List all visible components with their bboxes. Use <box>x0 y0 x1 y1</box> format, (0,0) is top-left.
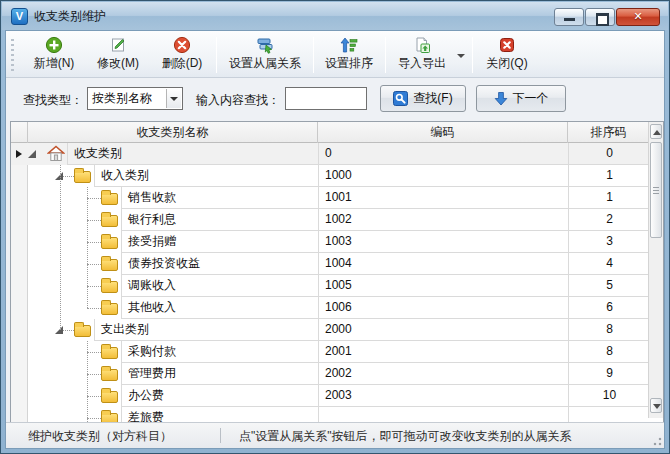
tree-row[interactable]: 办公费200310 <box>11 385 650 407</box>
sortcode-cell[interactable] <box>568 407 650 423</box>
category-name-cell[interactable]: 调账收入 <box>121 275 318 297</box>
code-cell[interactable]: 1004 <box>318 253 568 275</box>
code-cell[interactable]: 0 <box>318 143 568 165</box>
code-cell[interactable]: 2002 <box>318 363 568 385</box>
sortcode-cell[interactable]: 10 <box>568 385 650 407</box>
arrow-down-icon <box>494 91 508 106</box>
folder-icon <box>101 303 118 315</box>
sortcode-cell[interactable]: 4 <box>568 253 650 275</box>
set-sort-icon <box>340 36 358 54</box>
code-cell[interactable]: 2003 <box>318 385 568 407</box>
tree-guide-line <box>60 165 61 330</box>
close-button[interactable] <box>616 8 660 26</box>
minimize-button[interactable] <box>554 8 584 26</box>
expand-collapse-icon[interactable] <box>55 172 63 180</box>
tree-row[interactable]: 债券投资收益10044 <box>11 253 650 275</box>
set-relation-label: 设置从属关系 <box>221 55 309 71</box>
scroll-down-icon[interactable] <box>650 398 662 413</box>
tree-row[interactable]: 接受捐赠10033 <box>11 231 650 253</box>
code-cell[interactable]: 1001 <box>318 187 568 209</box>
maximize-button[interactable] <box>585 8 615 26</box>
tree-row[interactable]: 管理费用20029 <box>11 363 650 385</box>
import-export-button[interactable]: 导入导出 <box>390 34 454 75</box>
tree-row[interactable]: 差旅费 <box>11 407 650 423</box>
category-tree-grid: 收支类别名称 编码 排序码 收支类别00收入类别10001销售收款10011银行… <box>10 121 664 423</box>
code-cell[interactable]: 2000 <box>318 319 568 341</box>
sortcode-cell[interactable]: 5 <box>568 275 650 297</box>
chevron-down-icon[interactable] <box>166 89 181 108</box>
code-cell[interactable]: 1006 <box>318 297 568 319</box>
toolbar-separator <box>313 37 314 73</box>
expand-collapse-icon[interactable] <box>55 326 63 334</box>
category-name-cell[interactable]: 收支类别 <box>67 143 318 165</box>
sortcode-cell[interactable]: 8 <box>568 341 650 363</box>
toolbar-grip[interactable] <box>11 39 14 71</box>
category-name-cell[interactable]: 采购付款 <box>121 341 318 363</box>
app-window: V 收支类别维护 新增(N) 修改(M) <box>0 0 670 454</box>
tree-row[interactable]: 收入类别10001 <box>11 165 650 187</box>
sortcode-cell[interactable]: 1 <box>568 187 650 209</box>
tree-row[interactable]: 银行利息10022 <box>11 209 650 231</box>
find-button[interactable]: 查找(F) <box>380 85 466 112</box>
category-name-cell[interactable]: 其他收入 <box>121 297 318 319</box>
sortcode-cell[interactable]: 2 <box>568 209 650 231</box>
sortcode-cell[interactable]: 8 <box>568 319 650 341</box>
status-left-text: 维护收支类别（对方科目） <box>28 428 172 445</box>
code-cell[interactable]: 2001 <box>318 341 568 363</box>
expand-collapse-icon[interactable] <box>28 150 36 158</box>
title-bar[interactable]: V 收支类别维护 <box>2 2 668 30</box>
tree-connector-line <box>87 374 101 375</box>
edit-button[interactable]: 修改(M) <box>88 34 148 75</box>
sortcode-cell[interactable]: 9 <box>568 363 650 385</box>
search-type-label: 查找类型： <box>23 92 83 109</box>
tree-row[interactable]: 收支类别00 <box>11 143 650 165</box>
code-cell[interactable]: 1002 <box>318 209 568 231</box>
tree-connector-line <box>87 220 101 221</box>
category-name-cell[interactable]: 差旅费 <box>121 407 318 423</box>
grid-header: 收支类别名称 编码 排序码 <box>11 122 663 143</box>
column-header-code[interactable]: 编码 <box>318 122 568 143</box>
tree-row[interactable]: 调账收入10055 <box>11 275 650 297</box>
set-relation-button[interactable]: 设置从属关系 <box>221 34 309 75</box>
scrollbar-thumb[interactable] <box>650 142 662 238</box>
next-button[interactable]: 下一个 <box>476 85 566 112</box>
set-sort-button[interactable]: 设置排序 <box>317 34 381 75</box>
tree-row[interactable]: 支出类别20008 <box>11 319 650 341</box>
category-name-cell[interactable]: 支出类别 <box>94 319 318 341</box>
category-name-cell[interactable]: 销售收款 <box>121 187 318 209</box>
category-name-cell[interactable]: 办公费 <box>121 385 318 407</box>
sortcode-cell[interactable]: 6 <box>568 297 650 319</box>
code-cell[interactable] <box>318 407 568 423</box>
add-button[interactable]: 新增(N) <box>24 34 84 75</box>
sortcode-cell[interactable]: 3 <box>568 231 650 253</box>
sortcode-cell[interactable]: 0 <box>568 143 650 165</box>
column-header-sortcode[interactable]: 排序码 <box>568 122 650 143</box>
code-cell[interactable]: 1000 <box>318 165 568 187</box>
toolbar-separator <box>385 37 386 73</box>
column-header-name[interactable]: 收支类别名称 <box>28 122 318 143</box>
category-name-cell[interactable]: 债券投资收益 <box>121 253 318 275</box>
resize-grip[interactable] <box>650 434 662 446</box>
category-name-cell[interactable]: 银行利息 <box>121 209 318 231</box>
tree-connector-line <box>87 264 101 265</box>
import-export-dropdown-caret-icon[interactable] <box>456 51 466 61</box>
sortcode-cell[interactable]: 1 <box>568 165 650 187</box>
code-cell[interactable]: 1005 <box>318 275 568 297</box>
close-window-button[interactable]: 关闭(Q) <box>477 34 537 75</box>
delete-button[interactable]: 删除(D) <box>152 34 212 75</box>
category-name-cell[interactable]: 接受捐赠 <box>121 231 318 253</box>
tree-row[interactable]: 其他收入10066 <box>11 297 650 319</box>
vertical-scrollbar[interactable] <box>648 122 663 418</box>
folder-icon <box>101 237 118 249</box>
scroll-up-icon[interactable] <box>650 124 662 139</box>
add-label: 新增(N) <box>24 55 84 71</box>
close-window-icon <box>498 36 516 54</box>
category-name-cell[interactable]: 管理费用 <box>121 363 318 385</box>
tree-row[interactable]: 采购付款20018 <box>11 341 650 363</box>
tree-connector-line <box>87 242 101 243</box>
code-cell[interactable]: 1003 <box>318 231 568 253</box>
category-name-cell[interactable]: 收入类别 <box>94 165 318 187</box>
search-input[interactable] <box>285 87 367 110</box>
search-type-select[interactable]: 按类别名称 <box>87 87 183 110</box>
tree-row[interactable]: 销售收款10011 <box>11 187 650 209</box>
